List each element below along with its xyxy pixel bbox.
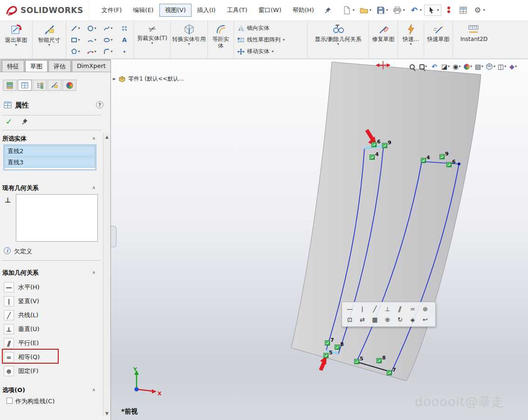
constraint-marker[interactable]: 8 (335, 345, 340, 350)
horizontal-relation-button[interactable]: — (343, 304, 356, 314)
tab-propertymanager[interactable] (18, 80, 32, 91)
text-tool[interactable]: A (117, 34, 133, 46)
expand-tree-icon[interactable]: ► (113, 77, 116, 81)
dropdown-icon[interactable]: ▾ (470, 65, 472, 68)
section-view-button[interactable]: ◪▾ (441, 61, 450, 72)
constraint-marker[interactable]: 6 (446, 162, 452, 167)
dropdown-icon[interactable]: ▾ (94, 38, 96, 42)
part-surface[interactable] (291, 62, 481, 381)
ct-rotate-button[interactable]: ↻ (394, 314, 406, 325)
relation-perpendicular-button[interactable]: ⊥ 垂直(U) (4, 323, 40, 336)
dropdown-icon[interactable]: ▾ (272, 50, 274, 54)
property-tab-builder-button[interactable] (456, 5, 470, 15)
dropdown-icon[interactable]: ▾ (504, 65, 506, 68)
selected-entities-header[interactable]: 所选实体 (2, 135, 27, 143)
panel-splitter-handle[interactable] (111, 226, 117, 247)
dropdown-icon[interactable]: ▾ (151, 41, 153, 45)
constraint-marker[interactable]: 5 (323, 353, 329, 358)
menu-file[interactable]: 文件(F) (96, 4, 128, 17)
tab-featuremanager-tree[interactable] (3, 80, 17, 91)
move-entities-button[interactable]: 移动实体 ▾ (235, 46, 306, 57)
menu-edit[interactable]: 编辑(E) (127, 4, 159, 17)
threepoint-arc-tool[interactable]: ▾ (84, 46, 100, 57)
menu-insert[interactable]: 插入(I) (192, 4, 221, 17)
construction-checkbox[interactable] (7, 398, 13, 404)
previous-view-button[interactable]: ↶ (430, 61, 439, 72)
polygon-tool[interactable]: ▾ (68, 46, 84, 57)
ct-zoom-button[interactable]: ⊕ (381, 314, 394, 325)
select-button[interactable]: ▾ (424, 5, 441, 16)
display-style-button[interactable]: ◫▾ (497, 61, 507, 72)
ct-select-button[interactable]: ⊡ (343, 314, 356, 325)
dropdown-icon[interactable]: ▾ (337, 42, 339, 46)
dropdown-icon[interactable]: ▾ (425, 65, 427, 68)
linear-pattern-button[interactable]: 线性草图阵列 ▾ (235, 34, 306, 46)
point-tool[interactable] (117, 46, 133, 57)
constraint-marker[interactable]: 4 (421, 158, 426, 163)
dropdown-icon[interactable]: ▾ (94, 27, 96, 30)
dropdown-icon[interactable]: ▾ (437, 8, 439, 12)
scroll-up-icon[interactable]: ▲ (105, 135, 109, 139)
tab-configurationmanager[interactable] (33, 80, 47, 91)
options-button[interactable]: ⚙ ▾ (471, 5, 487, 15)
perpendicular-relation-button[interactable]: ⊥ (381, 304, 394, 314)
vertical-relation-button[interactable]: | (356, 304, 369, 314)
relation-fix-button[interactable]: ⊛ 固定(F) (4, 365, 39, 378)
constraint-marker[interactable]: 6 (371, 142, 377, 147)
graphics-area[interactable]: Y X ► 零件1 (默认<<默认... ▾ ↶ ◪▾ ◉▾ ▾ ▤▾ ▾ ◫▾… (111, 59, 528, 420)
dropdown-icon[interactable]: ▾ (78, 50, 80, 54)
dropdown-icon[interactable]: ▾ (110, 38, 112, 42)
dropdown-icon[interactable]: ▾ (420, 8, 422, 12)
tab-dimxpertmanager[interactable] (48, 80, 62, 91)
dropdown-icon[interactable]: ▾ (188, 42, 190, 46)
hide-show-button[interactable]: ◉▾ (452, 61, 461, 72)
edit-appearance-button[interactable]: ▾ (463, 61, 473, 72)
dropdown-icon[interactable]: ▾ (110, 27, 112, 30)
existing-relations-listbox[interactable] (16, 194, 98, 242)
collapse-items-button[interactable] (442, 5, 456, 15)
print-button[interactable]: ▾ (391, 5, 407, 15)
parallel-relation-button[interactable]: ∥ (394, 304, 406, 314)
dropdown-icon[interactable]: ▾ (283, 38, 285, 42)
mirror-entities-button[interactable]: 镜向实体 (235, 22, 306, 34)
constraint-marker[interactable]: 4 (370, 155, 375, 160)
view-orientation-button[interactable]: ▾ (486, 61, 495, 72)
tab-sketch[interactable]: 草图 (25, 60, 48, 72)
dropdown-icon[interactable]: ▾ (48, 43, 50, 47)
existing-relations-header[interactable]: 现有几何关系 (2, 184, 39, 192)
smart-dimension-button[interactable]: 智能尺寸 ▾ (34, 22, 64, 57)
tab-evaluate[interactable]: 评估 (48, 60, 71, 72)
convert-entities-button[interactable]: 转换实体引用 ▾ (172, 22, 206, 57)
selected-entities-listbox[interactable]: 直线2 直线3 (4, 145, 96, 170)
menu-window[interactable]: 窗口(W) (253, 4, 287, 17)
scroll-down-icon[interactable]: ▼ (105, 411, 109, 416)
zoom-fit-button[interactable] (407, 61, 417, 72)
trim-entities-button[interactable]: ✂ 剪裁实体(T) ▾ (136, 22, 169, 57)
constraint-marker[interactable]: 7 (387, 370, 392, 375)
menu-help[interactable]: 帮助(H) (287, 4, 320, 17)
arc-tool[interactable]: ▾ (84, 34, 100, 46)
relation-horizontal-button[interactable]: — 水平(H) (4, 281, 40, 294)
ct-pattern-button[interactable]: ▦ (369, 314, 381, 325)
line-tool[interactable]: ▾ (68, 22, 84, 34)
tab-features[interactable]: 特征 (2, 60, 24, 72)
relation-vertical-button[interactable]: | 竖直(V) (4, 295, 39, 308)
open-button[interactable]: ▾ (357, 5, 373, 15)
rapid-sketch-button[interactable]: 快速草图 (425, 22, 451, 57)
tree-item-label[interactable]: 零件1 (默认<<默认... (128, 75, 184, 83)
dropdown-icon[interactable]: ▾ (15, 43, 17, 47)
ok-button[interactable]: ✓ (6, 117, 12, 126)
constraint-marker[interactable]: 7 (325, 340, 330, 345)
collapse-icon[interactable]: ∧ (92, 387, 96, 392)
dropdown-icon[interactable]: ▾ (386, 8, 388, 12)
options-header[interactable]: 选项(O) (2, 386, 25, 394)
instant2d-button[interactable]: Instant2D (454, 22, 494, 57)
tab-dimxpert[interactable]: DimXpert (72, 60, 111, 72)
feature-tree-flyout[interactable]: ► 零件1 (默认<<默认... (113, 75, 184, 83)
collapse-icon[interactable]: ∧ (92, 136, 96, 141)
offset-entities-button[interactable]: 等距实体 (209, 22, 232, 57)
visibility-button[interactable]: ◆▾ (508, 61, 518, 72)
collinear-relation-button[interactable]: ╱ (369, 304, 381, 314)
menu-view[interactable]: 视图(V) (159, 4, 192, 17)
dropdown-icon[interactable]: ▾ (370, 8, 371, 12)
